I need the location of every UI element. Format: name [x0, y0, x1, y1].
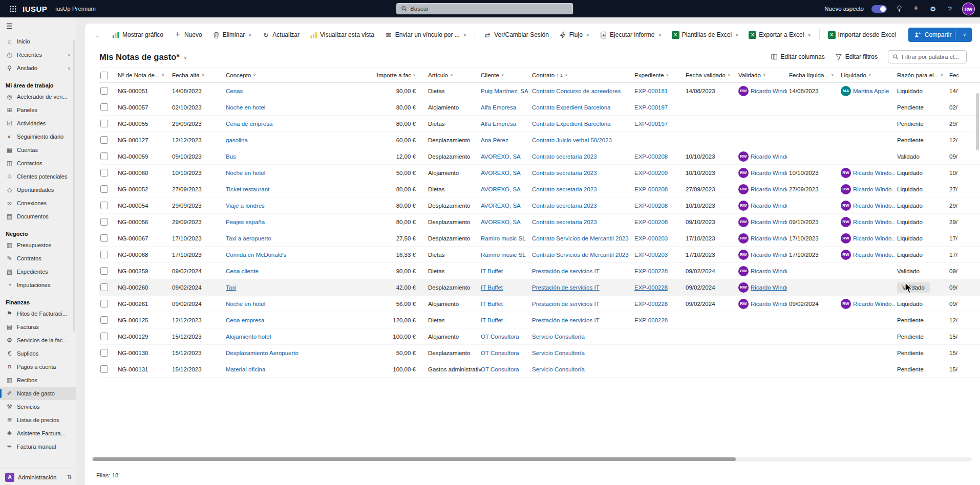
contrato-link[interactable]: Contrato Expedient Barcelona	[532, 121, 610, 127]
contrato-link[interactable]: Prestación de servicios IT	[532, 284, 600, 291]
sidebar-item-contratos[interactable]: ✎Contratos	[0, 252, 76, 265]
row-checkbox[interactable]	[100, 120, 108, 127]
contrato-link[interactable]: Contrato secretaria 2023	[532, 203, 597, 209]
expediente-link[interactable]: EXP-000228	[634, 317, 668, 323]
sidebar-item-facturas[interactable]: ▤Facturas	[0, 320, 76, 334]
chevron-down-icon[interactable]: ∨	[501, 68, 504, 82]
persona-link[interactable]: Ricardo Windo...	[751, 235, 787, 241]
cliente-link[interactable]: IT Buffet	[481, 317, 503, 323]
persona-link[interactable]: Ricardo Windo...	[751, 219, 787, 225]
table-row[interactable]: NG-00005114/08/2023Cenas90,00 €DietasPui…	[99, 83, 980, 99]
expediente-link[interactable]: EXP-000208	[634, 203, 668, 209]
column-header-fec[interactable]: Fec	[949, 68, 980, 82]
column-header-liquidado[interactable]: Liquidado∨	[841, 68, 897, 82]
chevron-down-icon[interactable]: ∨	[202, 68, 205, 82]
contrato-link[interactable]: Contrato Expedient Barcelona	[532, 104, 610, 111]
concepto-link[interactable]: Cena empresa	[226, 317, 264, 323]
expediente-link[interactable]: EXP-000208	[634, 153, 668, 160]
column-header-validado[interactable]: Validado∨	[738, 68, 789, 82]
persona-link[interactable]: Ricardo Windo...	[853, 252, 895, 258]
row-checkbox[interactable]	[100, 267, 108, 275]
row-checkbox[interactable]	[100, 234, 108, 242]
user-avatar[interactable]: RW	[962, 3, 975, 15]
concepto-link[interactable]: Viaje a londres	[226, 203, 265, 209]
concepto-link[interactable]: Noche en hotel	[226, 301, 265, 307]
toolbar-button-actualizar[interactable]: ↻Actualizar	[257, 27, 304, 42]
concepto-link[interactable]: Bus	[226, 153, 236, 160]
contrato-link[interactable]: Prestación de servicios IT	[532, 317, 600, 323]
toolbar-overflow-button[interactable]: ∨	[902, 27, 908, 42]
table-row[interactable]: NG-00013115/12/2023Material oficina100,0…	[99, 361, 980, 378]
expediente-link[interactable]: EXP-000228	[634, 268, 668, 274]
expediente-link[interactable]: EXP-000197	[634, 121, 668, 127]
chevron-down-icon[interactable]: ∨	[940, 68, 943, 82]
expediente-link[interactable]: EXP-000209	[634, 170, 668, 176]
row-checkbox[interactable]	[100, 103, 108, 111]
cliente-link[interactable]: OT Consultora	[481, 366, 519, 372]
contrato-link[interactable]: Contrato Concurso de acreedores	[532, 88, 621, 94]
cliente-link[interactable]: Alfa Empresa	[481, 121, 516, 127]
quick-create-plus-icon[interactable]: +	[911, 3, 921, 13]
chevron-down-icon[interactable]: ∨	[565, 68, 568, 82]
sidebar-item-documentos[interactable]: ▤Documentos	[0, 210, 76, 223]
app-logo[interactable]: IUSUP	[23, 5, 47, 13]
column-header-importe-a-fac[interactable]: Importe a fac...∨	[377, 68, 428, 82]
contrato-link[interactable]: Contrato Servicios de Mercantil 2023	[532, 252, 629, 258]
sidebar-item-listas-de-precios[interactable]: ≣Listas de precios	[0, 413, 76, 427]
horizontal-scrollbar[interactable]	[91, 457, 972, 461]
sidebar-item-asistente-factura[interactable]: ❖Asistente Factura...	[0, 427, 76, 440]
chevron-down-icon[interactable]: ∨	[831, 68, 834, 82]
contrato-link[interactable]: Servicio Consultoría	[532, 334, 585, 340]
concepto-link[interactable]: Ticket restaurant	[226, 186, 269, 192]
new-look-toggle[interactable]	[871, 5, 887, 13]
persona-link[interactable]: Ricardo Windo...	[751, 153, 787, 160]
sidebar-item-clientes-potenciales[interactable]: ☆Clientes potenciales	[0, 170, 76, 183]
row-checkbox[interactable]	[100, 349, 108, 357]
toolbar-button-enviar-un-vinculo-por[interactable]: ✉Enviar un vínculo por ...∨	[380, 27, 471, 42]
cliente-link[interactable]: AVOREXO, SA	[481, 219, 521, 225]
contrato-link[interactable]: Contrato secretaria 2023	[532, 153, 597, 160]
sidebar-item-anclado[interactable]: ⚲Anclado∨	[0, 61, 76, 75]
hamburger-menu-icon[interactable]: ☰	[0, 17, 76, 35]
sidebar-item-pagos-a-cuenta[interactable]: ¤Pagos a cuenta	[0, 360, 76, 373]
persona-link[interactable]: Ricardo Windo...	[751, 301, 787, 307]
cliente-link[interactable]: AVOREXO, SA	[481, 203, 521, 209]
row-checkbox[interactable]	[100, 316, 108, 324]
contrato-link[interactable]: Servicio Consultoría	[532, 366, 585, 372]
persona-link[interactable]: Ricardo Windo...	[853, 235, 895, 241]
lightbulb-icon[interactable]	[894, 5, 904, 12]
table-row[interactable]: NG-00006817/10/2023Comida en McDonald's1…	[99, 247, 980, 263]
row-checkbox[interactable]	[100, 169, 108, 177]
expediente-link[interactable]: EXP-000208	[634, 186, 668, 192]
row-checkbox[interactable]	[100, 136, 108, 144]
chevron-down-icon[interactable]: ∨	[868, 68, 871, 82]
column-header-concepto[interactable]: Concepto∨	[226, 68, 377, 82]
cliente-link[interactable]: OT Consultora	[481, 334, 519, 340]
concepto-link[interactable]: Peajes españa	[226, 219, 265, 225]
select-all-checkbox[interactable]	[100, 72, 108, 79]
toolbar-button-exportar-a-excel[interactable]: XExportar a Excel∨	[744, 27, 815, 42]
toolbar-button-nuevo[interactable]: +Nuevo	[169, 27, 207, 42]
sidebar-item-hitos-de-facturaci[interactable]: ⚑Hitos de Facturaci...	[0, 307, 76, 320]
cliente-link[interactable]: IT Buffet	[481, 301, 503, 307]
row-checkbox[interactable]	[100, 251, 108, 258]
column-header-fecha-validado[interactable]: Fecha validado∨	[686, 68, 738, 82]
table-row[interactable]: NG-00012712/12/2023gasolina60,00 €Despla…	[99, 132, 980, 148]
column-header-articulo[interactable]: Artículo∨	[428, 68, 481, 82]
view-selector[interactable]: Mis Notas de gasto* ∨	[99, 52, 187, 62]
concepto-link[interactable]: Noche en hotel	[226, 104, 265, 111]
concepto-link[interactable]: Cena cliente	[226, 268, 259, 274]
concepto-link[interactable]: Taxi	[226, 284, 236, 291]
contrato-link[interactable]: Contrato secretaria 2023	[532, 219, 597, 225]
column-header-fecha-alta[interactable]: Fecha alta∨	[172, 68, 226, 82]
expediente-link[interactable]: EXP-000203	[634, 252, 668, 258]
row-checkbox[interactable]	[100, 283, 108, 291]
chevron-down-icon[interactable]: ∨	[253, 68, 256, 82]
sidebar-item-presupuestos[interactable]: ▥Presupuestos	[0, 238, 76, 252]
sidebar-item-suplidos[interactable]: €Suplidos	[0, 347, 76, 360]
global-search-box[interactable]	[396, 3, 573, 14]
expediente-link[interactable]: EXP-000228	[634, 301, 668, 307]
concepto-link[interactable]: Alojamiento hotel	[226, 334, 271, 340]
toolbar-button-importar-desde-excel[interactable]: XImportar desde Excel	[823, 27, 901, 42]
sidebar-item-oportunidades[interactable]: ◇Oportunidades	[0, 183, 76, 196]
